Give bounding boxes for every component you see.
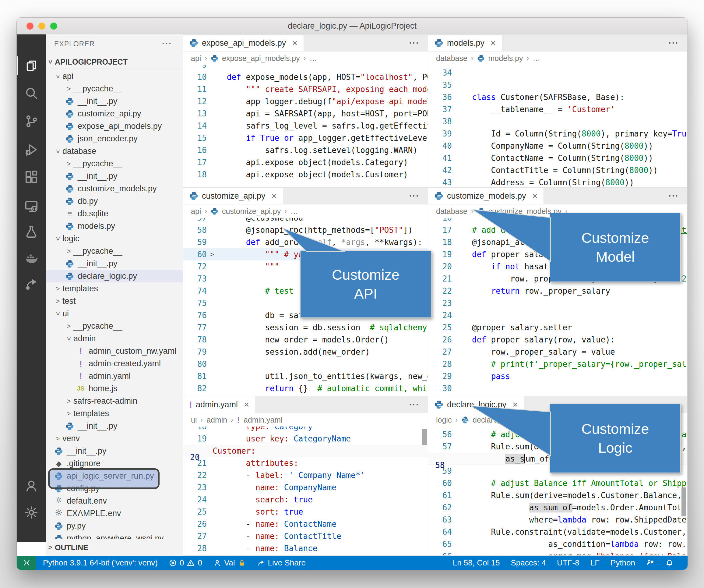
tree-item-templates[interactable]: >templates bbox=[46, 407, 183, 420]
close-tab-icon[interactable]: × bbox=[513, 399, 518, 410]
editor-actions-icon[interactable]: ⋯ bbox=[409, 190, 420, 202]
breadcrumb-segment[interactable]: customize_api.py bbox=[222, 207, 281, 216]
scrollbar-thumb[interactable] bbox=[422, 429, 427, 445]
breadcrumb-segment[interactable]: … bbox=[533, 54, 540, 63]
tree-item-templates[interactable]: >templates bbox=[46, 282, 183, 295]
code-line[interactable]: 81 util.json_to_entities(kwargs, new_ord… bbox=[183, 370, 428, 382]
tree-item-init-py[interactable]: __init__.py bbox=[46, 420, 183, 432]
tree-item-admin-yaml[interactable]: !admin.yaml bbox=[46, 370, 183, 382]
settings-gear-icon[interactable] bbox=[17, 500, 46, 525]
breadcrumb-segment[interactable]: admin.yaml bbox=[244, 416, 283, 424]
tree-item-pycache[interactable]: >__pycache__ bbox=[46, 83, 183, 95]
source-control-icon[interactable] bbox=[17, 109, 46, 134]
code-line[interactable]: 40 CompanyName = Column(String(8000)) bbox=[428, 140, 687, 152]
editor-actions-icon[interactable]: ⋯ bbox=[409, 37, 420, 49]
remote-explorer-icon[interactable] bbox=[17, 194, 46, 219]
live-share-button[interactable]: Live Share bbox=[257, 558, 306, 568]
problems-status[interactable]: 0 0 bbox=[169, 558, 202, 568]
tree-item-expose-api-models-py[interactable]: expose_api_models.py bbox=[46, 120, 183, 132]
live-share-icon[interactable] bbox=[17, 271, 46, 296]
tree-item-home-js[interactable]: JShome.js bbox=[46, 382, 183, 395]
breadcrumb-segment[interactable]: models.py bbox=[488, 54, 523, 63]
code-line[interactable]: 24 search: true bbox=[183, 493, 428, 506]
tree-item-database[interactable]: >database bbox=[46, 145, 183, 158]
tree-item-api[interactable]: >api bbox=[46, 70, 183, 83]
code-line[interactable]: 79 session.add(new_order) bbox=[183, 346, 428, 358]
code-line[interactable]: 63 where=lambda row: row.ShippedDate is … bbox=[428, 514, 687, 526]
tree-item-ui[interactable]: >ui bbox=[46, 307, 183, 320]
close-tab-icon[interactable]: × bbox=[532, 191, 538, 201]
outline-section[interactable]: > OUTLINE bbox=[46, 539, 183, 556]
tree-item-pycache[interactable]: >__pycache__ bbox=[46, 320, 183, 332]
code-line[interactable]: 58 @jsonapi_rpc(http_methods=["POST"]) bbox=[183, 224, 428, 236]
breadcrumb[interactable]: ui›admin›!admin.yaml bbox=[183, 413, 428, 427]
code-line[interactable]: 18 api.expose_object(models.Customer) bbox=[183, 168, 428, 181]
breadcrumb-segment[interactable]: declare_logic.py bbox=[473, 416, 528, 424]
breadcrumb-segment[interactable]: … bbox=[291, 207, 298, 216]
tab-customize-models[interactable]: customize_models.py × bbox=[428, 188, 544, 204]
editor-actions-icon[interactable]: ⋯ bbox=[409, 398, 420, 410]
code-editor[interactable]: 910def expose_models(app, HOST="localhos… bbox=[183, 65, 428, 188]
code-line[interactable]: 38 bbox=[428, 115, 687, 128]
code-line[interactable]: 39 Id = Column(String(8000), primary_key… bbox=[428, 128, 687, 140]
scrollbar-thumb[interactable] bbox=[682, 487, 686, 517]
breadcrumb-segment[interactable]: … bbox=[309, 54, 317, 63]
tree-item-init-py[interactable]: __init__.py bbox=[46, 170, 183, 182]
bell-icon[interactable] bbox=[665, 559, 673, 567]
code-line[interactable]: 34 bbox=[428, 67, 687, 79]
breadcrumb-segment[interactable]: database bbox=[436, 207, 467, 216]
tree-item-test[interactable]: >test bbox=[46, 295, 183, 307]
run-debug-icon[interactable] bbox=[17, 137, 46, 162]
code-line[interactable]: 16 safrs.log.setLevel(logging.WARN) bbox=[183, 144, 428, 156]
breadcrumb-segment[interactable]: database bbox=[436, 54, 467, 63]
code-line[interactable]: 15 if True or app_logger.getEffectiveLev… bbox=[183, 132, 428, 144]
tree-item-init-py[interactable]: __init__.py bbox=[46, 445, 183, 457]
tree-item-gitignore[interactable]: ◆.gitignore bbox=[46, 457, 183, 470]
editor-actions-icon[interactable]: ⋯ bbox=[668, 37, 679, 49]
eol-status[interactable]: LF bbox=[590, 558, 599, 568]
tree-item-pycache[interactable]: >__pycache__ bbox=[46, 245, 183, 258]
editor-actions-icon[interactable]: ⋯ bbox=[668, 190, 679, 202]
code-line[interactable]: 28 - name: Balance bbox=[183, 542, 428, 554]
code-line[interactable]: 25 sort: true bbox=[183, 506, 428, 518]
cursor-position-status[interactable]: Ln 58, Col 15 bbox=[453, 558, 500, 568]
close-tab-icon[interactable]: × bbox=[490, 38, 496, 48]
code-line[interactable]: 35 bbox=[428, 79, 687, 91]
code-line[interactable]: 23 name: CompanyName bbox=[183, 481, 428, 493]
breadcrumb-segment[interactable]: logic bbox=[436, 416, 452, 424]
tab-models[interactable]: models.py × bbox=[428, 35, 503, 51]
close-tab-icon[interactable]: × bbox=[272, 191, 277, 201]
tab-admin-yaml[interactable]: ! admin.yaml × bbox=[183, 396, 256, 413]
code-line[interactable]: 60 # adjust Balance iff AmountTotal or S… bbox=[428, 477, 687, 489]
code-line[interactable]: 26def proper_salary(row, value): bbox=[428, 334, 687, 346]
code-line[interactable]: 36class Customer(SAFRSBase, Base): bbox=[428, 91, 687, 103]
code-line[interactable]: 21 attributes: bbox=[183, 457, 428, 469]
code-line[interactable]: 64 Rule.constraint(validate=models.Custo… bbox=[428, 526, 687, 538]
tree-item-init-py[interactable]: __init__.py bbox=[46, 258, 183, 270]
tree-item-py-py[interactable]: py.py bbox=[46, 520, 183, 532]
code-line[interactable]: 10def expose_models(app, HOST="localhost… bbox=[183, 71, 428, 83]
live-share-user-status[interactable]: Val bbox=[213, 558, 246, 568]
explorer-icon[interactable] bbox=[17, 53, 46, 78]
code-line[interactable]: 12 app_logger.debug(f"api/expose_api_mod… bbox=[183, 95, 428, 108]
code-line[interactable]: 57 @classmethod bbox=[183, 218, 428, 224]
breadcrumb-segment[interactable]: api bbox=[191, 207, 201, 216]
testing-icon[interactable] bbox=[17, 219, 46, 244]
breadcrumb-segment[interactable]: api bbox=[191, 54, 201, 63]
tree-item-models-py[interactable]: models.py bbox=[46, 220, 183, 232]
breadcrumb-segment[interactable]: admin bbox=[207, 416, 227, 424]
tree-item-admin-created-yaml[interactable]: !admin-created.yaml bbox=[46, 357, 183, 370]
extensions-icon[interactable] bbox=[17, 164, 46, 190]
tab-expose-api-models[interactable]: expose_api_models.py × bbox=[183, 35, 304, 51]
tree-item-admin[interactable]: >admin bbox=[46, 332, 183, 345]
code-editor[interactable]: 343536class Customer(SAFRSBase, Base):37… bbox=[428, 65, 687, 188]
code-line[interactable]: 41 ContactName = Column(String(8000)) bbox=[428, 152, 687, 164]
code-line[interactable]: 22 return row._proper_salary bbox=[428, 285, 687, 297]
tree-item-db-sqlite[interactable]: ≡db.sqlite bbox=[46, 208, 183, 220]
remote-indicator[interactable] bbox=[17, 556, 36, 570]
code-line[interactable]: 28 # print(f'_proper_salary={row._proper… bbox=[428, 358, 687, 370]
code-line[interactable]: 18 type: Category bbox=[183, 427, 428, 433]
code-line[interactable]: 78 new_order = models.Order() bbox=[183, 334, 428, 346]
code-line[interactable]: 29 pass bbox=[428, 370, 687, 382]
tree-item-default-env[interactable]: default.env bbox=[46, 495, 183, 507]
